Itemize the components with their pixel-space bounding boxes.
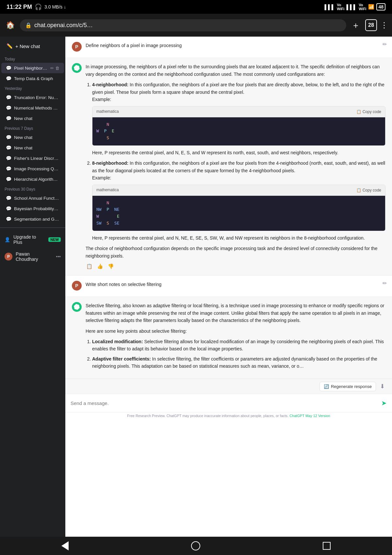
ai-message-2: Selective filtering, also known as adapt…	[65, 297, 392, 378]
chat-bubble-icon: 💬	[6, 135, 11, 140]
sf-label-1: Localized modification:	[92, 339, 143, 344]
chat-bubble-icon: 💬	[6, 65, 11, 71]
ai-avatar-2	[72, 302, 82, 312]
signal-icon-2: ▌▌▌	[346, 4, 357, 10]
user-avatar-2: P	[72, 281, 82, 291]
sidebar-item-numerical[interactable]: 💬 Numerical Methods Questio…	[1, 103, 64, 113]
user-avatar-1: P	[72, 42, 82, 52]
download-speed: 3.0 MB/s ↓	[44, 4, 66, 9]
scroll-to-bottom-button[interactable]: ⬇	[379, 382, 385, 391]
new-chat-button-top[interactable]: ✏️ + New chat	[2, 40, 63, 52]
user-profile-button[interactable]: P Pawan Choudhary •••	[0, 248, 65, 265]
sidebar-item-text: Segmentation and Grouping…	[14, 217, 59, 222]
sidebar-item-school[interactable]: 💬 School Annual Function.	[1, 193, 64, 203]
sidebar-item-text: New chat	[14, 116, 32, 121]
edit-message-icon-1[interactable]: ✏	[383, 41, 387, 47]
url-text: chat.openai.com/c/5…	[34, 22, 93, 29]
copy-code-button-8n[interactable]: 📋 Copy code	[356, 188, 381, 193]
sidebar-bottom: 👤 Upgrade to Plus NEW P Pawan Choudhary …	[0, 227, 65, 265]
user-message-text-1: Define neighbors of a pixel in image pro…	[86, 42, 385, 52]
8n-here-note: Here, P represents the central pixel, an…	[92, 235, 365, 241]
sidebar-item-pixel-neighbors[interactable]: 💬 Pixel Neighbors in Im… ✏ 🗑	[1, 63, 64, 73]
copy-icon-2: 📋	[356, 188, 361, 193]
sf-item-1: Localized modification: Selective filter…	[92, 338, 385, 353]
list-item-8n: 8-neighborhood: In this configuration, t…	[92, 160, 385, 242]
new-tab-button[interactable]: ＋	[350, 18, 362, 33]
ai-message-1: In image processing, the neighbors of a …	[65, 58, 392, 276]
main-container: ✏️ + New chat Today 💬 Pixel Neighbors in…	[0, 37, 392, 537]
message-input[interactable]	[71, 400, 378, 406]
8n-desc: In this configuration, the neighbors of …	[92, 160, 385, 173]
sidebar-item-hierarchical[interactable]: 💬 Hierarchical Algorithm for Pat…	[1, 174, 64, 184]
tab-count[interactable]: 28	[365, 19, 377, 31]
send-button[interactable]: ➤	[381, 399, 387, 407]
thumbs-up-button[interactable]: 👍	[96, 263, 104, 270]
copy-message-button[interactable]: 📋	[86, 263, 93, 270]
chat-bubble-icon: 💬	[6, 105, 11, 110]
home-circle-icon	[191, 541, 200, 550]
upgrade-to-plus-button[interactable]: 👤 Upgrade to Plus NEW	[0, 231, 65, 248]
battery-indicator: 48	[376, 3, 385, 10]
status-bar: 11:22 PM 🎧 3.0 MB/s ↓ ▌▌▌ VoWiFi ▌▌▌ VoW…	[0, 0, 392, 14]
recents-button[interactable]	[316, 539, 337, 552]
list-item-4n: 4-neighborhood: In this configuration, t…	[92, 81, 385, 156]
user-options-icon[interactable]: •••	[56, 254, 61, 259]
sidebar-item-temp-data[interactable]: 💬 Temp Data & Graph	[1, 73, 64, 84]
browser-chrome: 🏠 🔒 chat.openai.com/c/5… ＋ 28 ⋮	[0, 14, 392, 37]
home-button[interactable]: 🏠	[4, 19, 17, 31]
sidebar-item-segmentation[interactable]: 💬 Segmentation and Grouping…	[1, 214, 64, 224]
code-header-8n: mathematica 📋 Copy code	[92, 185, 385, 195]
sidebar-item-image-processing[interactable]: 💬 Image Processing Questions	[1, 163, 64, 174]
edit-message-icon-2[interactable]: ✏	[383, 280, 387, 286]
chat-bubble-icon: 💬	[6, 95, 11, 100]
code-block-4n: mathematica 📋 Copy code N W P E S	[92, 106, 385, 146]
code-type-4n: mathematica	[96, 109, 119, 115]
chatgpt-version-link[interactable]: ChatGPT May 12 Version	[289, 414, 330, 418]
section-yesterday: Yesterday	[0, 84, 65, 92]
sidebar-item-text: New chat	[14, 145, 32, 150]
chat-bubble-icon: 💬	[6, 145, 11, 150]
sidebar-item-new-chat-1[interactable]: 💬 New chat	[1, 132, 64, 143]
neighborhood-list: 4-neighborhood: In this configuration, t…	[86, 81, 385, 242]
sidebar-item-fisher[interactable]: 💬 Fisher's Linear Discriminant…	[1, 153, 64, 163]
bottom-navigation	[0, 537, 392, 555]
new-chat-icon: ✏️	[7, 43, 13, 49]
sidebar-item-text: School Annual Function.	[14, 196, 59, 201]
home-nav-button[interactable]	[185, 539, 207, 553]
delete-item-icon[interactable]: 🗑	[55, 66, 59, 71]
ai-message-content-1: In image processing, the neighbors of a …	[86, 63, 385, 270]
code-body-8n: N NW P NE W E SW S SE	[92, 196, 385, 231]
sidebar-item-actions[interactable]: ✏ 🗑	[50, 66, 59, 71]
disclaimer: Free Research Preview. ChatGPT may produ…	[65, 412, 392, 419]
back-button[interactable]	[55, 539, 75, 553]
section-today: Today	[0, 54, 65, 63]
signal-icon-1: ▌▌▌	[324, 4, 335, 10]
sidebar-item-new-chat-yesterday[interactable]: 💬 New chat	[1, 113, 64, 124]
vo-wifi-label-1: VoWiFi	[337, 3, 344, 11]
sidebar-item-bayesian[interactable]: 💬 Bayesian Probability in Recog…	[1, 203, 64, 214]
thumbs-down-button[interactable]: 👎	[107, 263, 115, 270]
sidebar-item-text: Fisher's Linear Discriminant…	[14, 156, 59, 161]
sf-item-2: Adaptive filter coefficients: In selecti…	[92, 355, 385, 370]
sidebar-item-new-chat-2[interactable]: 💬 New chat	[1, 143, 64, 153]
sidebar-item-text: Image Processing Questions	[14, 166, 59, 171]
browser-menu-button[interactable]: ⋮	[380, 21, 388, 30]
user-message-2: P Write short notes on selective filteri…	[65, 276, 392, 297]
edit-item-icon[interactable]: ✏	[50, 66, 54, 71]
headphone-icon: 🎧	[35, 3, 42, 10]
example-label-2: Example:	[92, 175, 111, 180]
address-bar[interactable]: 🔒 chat.openai.com/c/5…	[20, 19, 346, 31]
sidebar-item-text: Truncation Error: Numerical A…	[14, 95, 59, 100]
regenerate-button[interactable]: 🔄 Regenerate response	[319, 382, 376, 391]
code-type-8n: mathematica	[96, 187, 119, 193]
copy-icon: 📋	[356, 109, 361, 114]
sidebar: ✏️ + New chat Today 💬 Pixel Neighbors in…	[0, 37, 65, 537]
code-body-4n: N W P E S	[92, 117, 385, 145]
user-message-text-2: Write short notes on selective filtering	[86, 281, 385, 291]
chat-bubble-icon: 💬	[6, 206, 11, 211]
sidebar-item-text: Pixel Neighbors in Im…	[14, 66, 48, 71]
chat-bubble-icon: 💬	[6, 216, 11, 222]
sidebar-item-text: Temp Data & Graph	[14, 76, 53, 81]
sidebar-item-truncation[interactable]: 💬 Truncation Error: Numerical A…	[1, 92, 64, 103]
copy-code-button-4n[interactable]: 📋 Copy code	[356, 109, 381, 114]
